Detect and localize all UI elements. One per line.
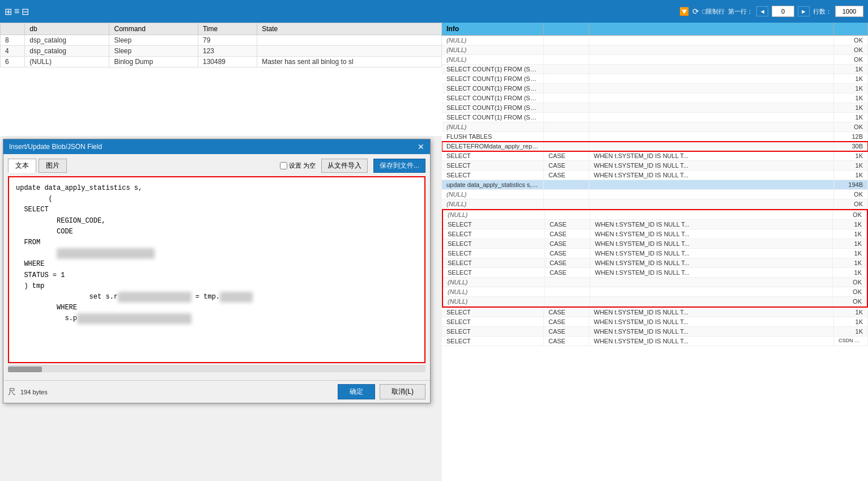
- table-row[interactable]: SELECT CASE WHEN t.SYSTEM_ID IS NULL T..…: [443, 220, 867, 229]
- table-row[interactable]: 6 (NULL) Binlog Dump 130489 Master has s…: [1, 57, 442, 67]
- left-panel: db Command Time State 8 dsp_catalog Slee…: [0, 23, 442, 481]
- table-row[interactable]: SELECT CASE WHEN t.SYSTEM_ID IS NULL T..…: [443, 239, 867, 249]
- cell-cmd: CASE: [545, 249, 590, 258]
- table-row[interactable]: SELECT CASE WHEN t.SYSTEM_ID IS NULL T..…: [442, 161, 868, 171]
- table-row[interactable]: SELECT CASE WHEN t.SYSTEM_ID IS NULL T..…: [442, 308, 868, 317]
- cell-info: SELECT: [442, 151, 544, 160]
- cell-size: OK: [833, 287, 867, 296]
- cell-command: Binlog Dump: [109, 57, 198, 67]
- cell-when: [590, 210, 833, 219]
- right-table-body[interactable]: (NULL) OK (NULL) OK (NULL) OK SELECT COU…: [442, 36, 868, 481]
- selected-row[interactable]: update data_apply_statistics s,( SELECTR…: [442, 180, 868, 190]
- sql-line-2: (: [16, 194, 418, 205]
- limit-checkbox-label[interactable]: □限制行: [703, 7, 725, 16]
- cancel-btn[interactable]: 取消(L): [380, 384, 426, 399]
- cell-when: WHEN t.SYSTEM_ID IS NULL T...: [590, 249, 833, 258]
- table-row[interactable]: 8 dsp_catalog Sleep 79: [1, 35, 442, 46]
- cell-info: (NULL): [443, 297, 545, 306]
- table-row[interactable]: SELECT COUNT(1) FROM (SELECT y.ORG_NAME …: [442, 65, 868, 74]
- cell-info: SELECT: [442, 171, 544, 180]
- delete-row[interactable]: DELETEFROMdata_apply_report 30B: [442, 142, 868, 151]
- cell-info: SELECT: [442, 317, 544, 326]
- set-null-checkbox-label[interactable]: 设置 为空: [280, 161, 316, 170]
- list-icon[interactable]: ≡: [14, 6, 19, 17]
- cell-cmd: CASE: [544, 161, 589, 170]
- dialog-tabs: 文本 图片 设置 为空 从文件导入 保存到文件...: [8, 159, 426, 173]
- table-row[interactable]: 4 dsp_catalog Sleep 123: [1, 46, 442, 57]
- cell-info: update data_apply_statistics s,( SELECTR…: [442, 180, 544, 189]
- cell-size: OK: [834, 36, 868, 45]
- cell-cmd: [544, 122, 589, 131]
- page-prev-btn[interactable]: ◄: [756, 6, 768, 16]
- cell-when: WHEN t.SYSTEM_ID IS NULL T...: [589, 171, 834, 180]
- save-file-btn[interactable]: 保存到文件...: [373, 159, 426, 173]
- cell-when: [589, 190, 834, 199]
- table-row[interactable]: (NULL) OK: [442, 36, 868, 45]
- table-row[interactable]: (NULL) OK: [443, 287, 867, 297]
- table-row[interactable]: (NULL) OK: [443, 278, 867, 287]
- table-row[interactable]: SELECT COUNT(1) FROM (SELECT y.ORG_NAME …: [442, 84, 868, 93]
- set-null-checkbox[interactable]: [280, 162, 287, 169]
- file-size: 194 bytes: [20, 389, 48, 395]
- cell-info: (NULL): [442, 36, 544, 45]
- table-row[interactable]: FLUSH TABLES 12B: [442, 132, 868, 142]
- table-row[interactable]: (NULL) OK: [442, 45, 868, 55]
- table-row[interactable]: SELECT COUNT(1) FROM (SELECT y.ORG_NAME …: [442, 113, 868, 122]
- table-icon[interactable]: ⊟: [22, 6, 29, 17]
- cell-command: Sleep: [109, 46, 198, 57]
- cell-size: OK: [834, 199, 868, 208]
- horizontal-scrollbar[interactable]: [8, 365, 426, 372]
- table-row[interactable]: (NULL) OK: [443, 210, 867, 220]
- cell-info: SELECT: [442, 337, 544, 346]
- table-row[interactable]: SELECT CASE WHEN t.SYSTEM_ID IS NULL T..…: [442, 317, 868, 327]
- cell-id: 8: [1, 35, 25, 46]
- table-row[interactable]: SELECT CASE WHEN t.SYSTEM_ID IS NULL T..…: [442, 171, 868, 180]
- table-row[interactable]: (NULL) OK: [442, 122, 868, 132]
- table-row[interactable]: (NULL) OK: [442, 190, 868, 199]
- table-row[interactable]: SELECT CASE WHEN t.SYSTEM_ID IS NULL T..…: [442, 327, 868, 337]
- confirm-btn[interactable]: 确定: [338, 384, 375, 399]
- cell-info: (NULL): [442, 199, 544, 208]
- table-row[interactable]: (NULL) OK: [442, 199, 868, 209]
- table-row[interactable]: SELECT COUNT(1) FROM (SELECT y.ORG_NAME …: [442, 103, 868, 113]
- table-row[interactable]: SELECT CASE WHEN t.SYSTEM_ID IS NULL T..…: [442, 151, 868, 161]
- import-file-btn[interactable]: 从文件导入: [321, 159, 368, 173]
- table-row[interactable]: SELECT CASE WHEN t.SYSTEM_ID IS NULL T..…: [443, 249, 867, 258]
- cell-cmd: [544, 132, 589, 141]
- table-row[interactable]: SELECT COUNT(1) FROM (SELECT y.ORG_NAME …: [442, 93, 868, 103]
- cell-cmd: CASE: [545, 239, 590, 248]
- cell-size: 1K: [834, 84, 868, 93]
- cell-size: 1K: [834, 113, 868, 122]
- dialog-close-btn[interactable]: ✕: [418, 142, 424, 151]
- col-time: Time: [198, 23, 257, 35]
- grid-icon[interactable]: ⊞: [5, 6, 12, 17]
- table-row[interactable]: (NULL) OK: [442, 55, 868, 65]
- sql-editor[interactable]: update data_apply_statistics s, ( SELECT…: [8, 176, 426, 363]
- page-next-btn[interactable]: ►: [798, 6, 810, 16]
- cell-cmd: CASE: [545, 258, 590, 267]
- cell-cmd: [545, 278, 590, 287]
- table-row[interactable]: (NULL) OK: [443, 297, 867, 307]
- refresh-icon[interactable]: ⟳: [692, 7, 699, 16]
- table-row[interactable]: SELECT CASE WHEN t.SYSTEM_ID IS NULL T..…: [443, 258, 867, 268]
- cell-time: 123: [198, 46, 257, 57]
- row-count-input[interactable]: [835, 6, 863, 17]
- cell-size: 12B: [834, 132, 868, 141]
- table-row[interactable]: SELECT CASE WHEN t.SYSTEM_ID IS NULL T..…: [443, 268, 867, 278]
- sql-line-5: CODE: [16, 227, 418, 237]
- page-number-input[interactable]: [772, 6, 794, 17]
- cell-cmd: CASE: [545, 268, 590, 277]
- table-row[interactable]: SELECT CASE WHEN t.SYSTEM_ID IS NULL T..…: [443, 229, 867, 239]
- tab-text[interactable]: 文本: [8, 159, 36, 173]
- table-row[interactable]: SELECT CASE WHEN t.SYSTEM_ID IS NULL T..…: [442, 337, 868, 346]
- sql-line-13: s.p████████████████████████████: [16, 313, 418, 324]
- first-row-label: 第一行：: [728, 7, 753, 16]
- table-row[interactable]: SELECT COUNT(1) FROM (SELECT y.ORG_NAME …: [442, 74, 868, 84]
- scrollbar-thumb[interactable]: [8, 367, 42, 372]
- tab-image[interactable]: 图片: [39, 159, 67, 173]
- cell-state: [257, 46, 442, 57]
- col-when-header: [589, 23, 834, 35]
- process-table-area: db Command Time State 8 dsp_catalog Slee…: [0, 23, 442, 136]
- filter-icon[interactable]: 🔽: [679, 7, 689, 16]
- cell-size: 194B: [834, 180, 868, 189]
